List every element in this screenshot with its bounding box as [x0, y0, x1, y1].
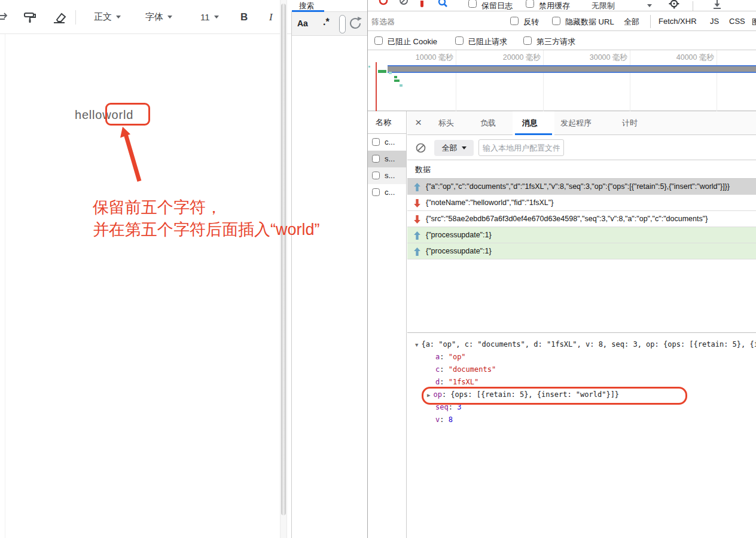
- tree-root-row[interactable]: ▼{a: "op", c: "documents", d: "1fsXL", v…: [415, 338, 756, 351]
- clear-format-eraser-button[interactable]: [51, 0, 67, 34]
- messages-filter-input[interactable]: [478, 139, 564, 156]
- request-mark: [400, 84, 403, 87]
- tree-row[interactable]: c"documents": [435, 363, 496, 375]
- network-filter-bar: 反转 隐藏数据 URL 全部 Fetch/XHR JS CSS 图片: [368, 12, 756, 31]
- chevron-down-icon: [462, 146, 467, 149]
- filter-type-img[interactable]: 图片: [752, 17, 756, 27]
- tree-key: v: [435, 415, 449, 424]
- import-har-icon[interactable]: [712, 0, 722, 11]
- tab-messages[interactable]: 消息: [522, 111, 538, 135]
- timeline-tick: 10000 毫秒: [370, 53, 453, 63]
- message-text: {"noteName":"helloworld","fid":"1fsXL"}: [426, 198, 553, 207]
- filter-type-all[interactable]: 全部: [624, 17, 639, 27]
- message-text: {"a":"op","c":"documents","d":"1fsXL","v…: [426, 182, 730, 191]
- font-size-select[interactable]: 11: [200, 0, 219, 34]
- timeline-tick: 20000 毫秒: [457, 53, 541, 63]
- tree-value: "1fsXL": [449, 378, 479, 386]
- network-filter-input[interactable]: [371, 14, 496, 29]
- italic-button[interactable]: I: [269, 0, 273, 34]
- request-row[interactable]: s...: [368, 167, 406, 184]
- filter-type-js[interactable]: JS: [710, 17, 719, 26]
- request-row[interactable]: c...: [368, 184, 406, 201]
- filter-type-css[interactable]: CSS: [729, 17, 745, 26]
- toolbar-divider: [693, 1, 693, 11]
- request-name: s...: [385, 171, 395, 180]
- blocked-requests-label: 已阻止请求: [468, 36, 507, 47]
- tree-row[interactable]: d"1fsXL": [435, 376, 478, 388]
- request-row[interactable]: c...: [368, 134, 406, 151]
- tree-value: "documents": [449, 365, 496, 374]
- redo-icon[interactable]: [0, 0, 10, 34]
- message-row-selected[interactable]: {"a":"op","c":"documents","d":"1fsXL","v…: [407, 179, 756, 195]
- editor-scrollbar-thumb[interactable]: [281, 4, 286, 515]
- received-arrow-icon: [414, 215, 420, 224]
- tab-payload[interactable]: 负载: [480, 111, 496, 135]
- tree-value: 8: [449, 415, 453, 424]
- tab-timing[interactable]: 计时: [622, 111, 638, 135]
- search-icon[interactable]: [437, 0, 448, 10]
- message-row[interactable]: {"processupdate":1}: [407, 243, 756, 259]
- match-case-button[interactable]: Aa: [297, 19, 308, 28]
- network-conditions-gear-icon[interactable]: [669, 0, 679, 11]
- message-row[interactable]: {"processupdate":1}: [407, 227, 756, 243]
- checkbox: [552, 17, 560, 25]
- annotation-box-op: [422, 387, 687, 405]
- clear-network-log-button[interactable]: [399, 0, 409, 8]
- timeline-tick: 40000 毫秒: [630, 53, 714, 63]
- tab-initiator[interactable]: 发起程序: [560, 111, 592, 135]
- received-arrow-icon: [414, 199, 420, 207]
- message-text: {"processupdate":1}: [426, 247, 492, 255]
- request-mark: [394, 76, 397, 78]
- websocket-timeline-bar[interactable]: [388, 65, 756, 73]
- name-header-label: 名称: [376, 117, 391, 128]
- throttling-value: 无限制: [592, 1, 615, 11]
- message-type-select[interactable]: 全部: [434, 140, 474, 156]
- tree-row[interactable]: a"op": [435, 351, 466, 363]
- request-name: s...: [385, 154, 395, 163]
- message-text: {"processupdate":1}: [426, 231, 492, 239]
- format-painter-button[interactable]: [23, 0, 37, 34]
- font-family-select[interactable]: 字体: [145, 0, 172, 34]
- paragraph-style-select[interactable]: 正文: [94, 0, 121, 34]
- filter-type-fetch-xhr[interactable]: Fetch/XHR: [659, 17, 697, 26]
- tree-root-preview: {a: "op", c: "documents", d: "1fsXL", v:…: [421, 340, 756, 349]
- clear-messages-icon[interactable]: [416, 143, 426, 155]
- request-mark: [389, 72, 392, 74]
- tab-headers[interactable]: 标头: [438, 111, 454, 135]
- search-caret-pill: [339, 15, 346, 33]
- tree-value: "op": [449, 353, 466, 361]
- network-blocked-bar: 已阻止 Cookie 已阻止请求 第三方请求: [368, 32, 756, 50]
- sent-arrow-icon: [414, 231, 420, 240]
- chevron-down-icon: [116, 16, 121, 19]
- refresh-icon[interactable]: [349, 16, 363, 33]
- gridline: [456, 50, 456, 111]
- annotation-box-world: [105, 103, 150, 126]
- bold-button[interactable]: B: [240, 0, 248, 34]
- message-text: {"src":"58ae2ebdb67a6f3d0ef4e670d63e4598…: [426, 215, 708, 223]
- request-mark: [394, 80, 400, 82]
- tree-row[interactable]: v8: [435, 414, 453, 426]
- tree-key: c: [435, 365, 449, 374]
- load-event-line: [376, 62, 377, 111]
- request-icon: [372, 155, 380, 163]
- search-panel: [291, 0, 367, 538]
- record-button[interactable]: [379, 0, 388, 8]
- checkbox: [374, 36, 383, 45]
- regex-button[interactable]: .*: [323, 17, 330, 27]
- messages-data-header[interactable]: 数据: [407, 160, 756, 179]
- message-row[interactable]: {"noteName":"helloworld","fid":"1fsXL"}: [407, 195, 756, 211]
- request-row-selected[interactable]: s...: [368, 151, 406, 167]
- page-left-edge: [5, 34, 5, 538]
- request-icon: [372, 188, 380, 196]
- checkbox: [455, 36, 464, 45]
- hide-data-urls-label: 隐藏数据 URL: [565, 17, 614, 27]
- close-detail-button[interactable]: ×: [415, 116, 422, 129]
- message-row[interactable]: {"src":"58ae2ebdb67a6f3d0ef4e670d63e4598…: [407, 211, 756, 227]
- request-mark: [368, 66, 370, 68]
- disable-cache-label: 禁用缓存: [539, 1, 570, 11]
- font-family-value: 字体: [145, 11, 163, 23]
- checkbox: [523, 36, 532, 45]
- font-size-value: 11: [200, 12, 210, 22]
- filter-icon[interactable]: [420, 1, 423, 7]
- requests-name-header[interactable]: 名称: [368, 111, 407, 134]
